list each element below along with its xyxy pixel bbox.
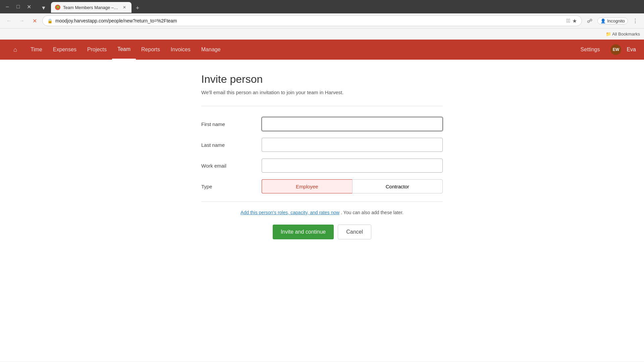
form-divider [201,106,443,106]
work-email-row: Work email [201,159,443,173]
nav-manage[interactable]: Manage [196,40,226,60]
type-buttons: Employee Contractor [262,179,443,193]
roles-link-row: Add this person's roles, capacity, and r… [201,210,443,215]
nav-projects[interactable]: Projects [82,40,112,60]
folder-icon: 📁 [606,32,611,37]
bookmarks-bar: 📁 All Bookmarks [0,28,644,40]
page-title: Invite person [201,73,443,85]
sidebar-toggle-button[interactable]: ☍ [585,16,595,26]
cancel-button[interactable]: Cancel [338,225,371,239]
roles-suffix: . You can also add these later. [341,210,404,215]
browser-chrome: – □ ✕ ▼ 🍀 Team Members Manage – Moo... ✕… [0,0,644,40]
profile-label: Incognito [607,18,625,23]
tab-favicon: 🍀 [55,5,60,10]
last-name-label: Last name [201,142,262,148]
bookmark-star-icon: ★ [572,18,577,24]
work-email-label: Work email [201,163,262,169]
app-nav: ⌂ Time Expenses Projects Team Reports In… [0,40,644,60]
last-name-row: Last name [201,138,443,152]
security-lock-icon: 🔒 [47,18,53,23]
address-bar-icons: 👁⃠ ★ [567,18,577,24]
tab-dropdown-button[interactable]: ▼ [39,3,48,13]
tab-bar: ▼ 🍀 Team Members Manage – Moo... ✕ + [36,1,145,13]
nav-reports[interactable]: Reports [136,40,165,60]
eye-off-icon: 👁⃠ [567,18,571,24]
tab-title: Team Members Manage – Moo... [63,5,119,10]
profile-icon: 👤 [600,18,606,23]
first-name-input[interactable] [262,117,443,131]
tab-close-button[interactable]: ✕ [121,4,127,10]
close-button[interactable]: ✕ [24,2,34,11]
all-bookmarks-link[interactable]: 📁 All Bookmarks [606,32,640,37]
form-container: Invite person We'll email this person an… [188,73,456,239]
forward-button[interactable]: → [17,16,27,26]
work-email-input[interactable] [262,159,443,173]
first-name-row: First name [201,117,443,131]
window-controls: – □ ✕ [3,2,34,11]
maximize-button[interactable]: □ [13,2,23,11]
type-contractor-button[interactable]: Contractor [352,179,443,193]
nav-home[interactable]: ⌂ [8,40,25,60]
active-tab[interactable]: 🍀 Team Members Manage – Moo... ✕ [51,2,131,13]
chrome-menu-button[interactable]: ⋮ [631,16,640,25]
nav-team[interactable]: Team [112,40,136,60]
user-name: Eva [627,47,636,53]
nav-expenses[interactable]: Expenses [48,40,82,60]
first-name-label: First name [201,121,262,127]
nav-invoices[interactable]: Invoices [165,40,196,60]
roles-link[interactable]: Add this person's roles, capacity, and r… [240,210,339,215]
minimize-button[interactable]: – [3,2,12,11]
invite-continue-button[interactable]: Invite and continue [273,225,334,239]
main-content: Invite person We'll email this person an… [0,60,644,361]
nav-right: Settings EW Eva [575,40,636,60]
form-footer-divider [201,201,443,202]
url-text: moodjoy.harvestapp.com/people/new?return… [55,18,564,23]
browser-titlebar: – □ ✕ ▼ 🍀 Team Members Manage – Moo... ✕… [0,0,644,13]
settings-link[interactable]: Settings [575,40,605,60]
type-label: Type [201,184,262,189]
new-tab-button[interactable]: + [133,3,142,13]
reload-button[interactable]: ✕ [30,16,40,26]
type-row: Type Employee Contractor [201,179,443,193]
last-name-input[interactable] [262,138,443,152]
profile-button[interactable]: 👤 Incognito [597,17,628,24]
address-bar[interactable]: 🔒 moodjoy.harvestapp.com/people/new?retu… [42,15,582,26]
nav-time[interactable]: Time [25,40,48,60]
address-bar-row: ← → ✕ 🔒 moodjoy.harvestapp.com/people/ne… [0,13,644,28]
page-subtitle: We'll email this person an invitation to… [201,89,443,95]
type-employee-button[interactable]: Employee [262,179,352,193]
back-button[interactable]: ← [4,16,14,26]
user-avatar: EW [610,44,621,55]
action-buttons: Invite and continue Cancel [201,225,443,239]
home-icon: ⌂ [13,46,17,53]
